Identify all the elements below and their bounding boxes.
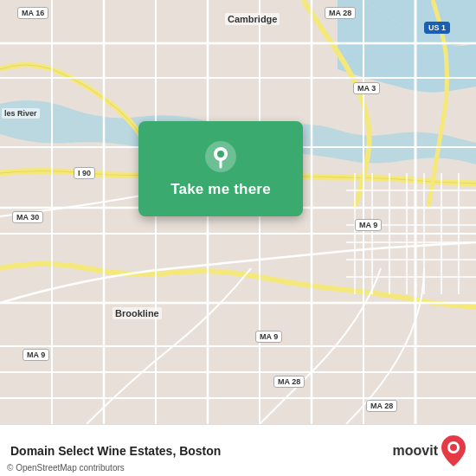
map-label-river: les River bbox=[2, 108, 40, 119]
moovit-logo: moovit bbox=[393, 435, 466, 466]
map-label-brookline: Brookline bbox=[113, 307, 162, 319]
badge-ma30: MA 30 bbox=[12, 211, 43, 223]
bottom-bar: © OpenStreetMap contributors Domain Sele… bbox=[0, 424, 476, 476]
badge-ma9-mid: MA 9 bbox=[255, 331, 282, 343]
badge-ma9-right: MA 9 bbox=[355, 219, 382, 231]
svg-point-33 bbox=[217, 151, 224, 158]
map-container: Cambridge Brookline les River MA 16 MA 2… bbox=[0, 0, 476, 424]
badge-ma28-top: MA 28 bbox=[325, 7, 356, 19]
badge-ma28-bot: MA 28 bbox=[366, 400, 397, 412]
moovit-text: moovit bbox=[393, 443, 438, 459]
location-info: © OpenStreetMap contributors Domain Sele… bbox=[10, 444, 393, 458]
badge-ma9-left: MA 9 bbox=[23, 349, 49, 361]
location-pin-icon bbox=[203, 139, 238, 174]
map-label-cambridge: Cambridge bbox=[225, 13, 280, 25]
copyright-text: © OpenStreetMap contributors bbox=[7, 463, 125, 473]
svg-point-35 bbox=[450, 444, 457, 451]
badge-ma3: MA 3 bbox=[353, 82, 380, 94]
moovit-pin-icon bbox=[441, 435, 466, 466]
badge-ma28-mid: MA 28 bbox=[273, 376, 305, 388]
take-me-there-label: Take me there bbox=[170, 181, 271, 198]
location-name: Domain Select Wine Estates, Boston bbox=[10, 444, 393, 458]
take-me-there-card[interactable]: Take me there bbox=[138, 121, 303, 216]
badge-i90: I 90 bbox=[74, 167, 95, 179]
badge-ma16: MA 16 bbox=[17, 7, 48, 19]
badge-us1: US 1 bbox=[424, 22, 450, 34]
